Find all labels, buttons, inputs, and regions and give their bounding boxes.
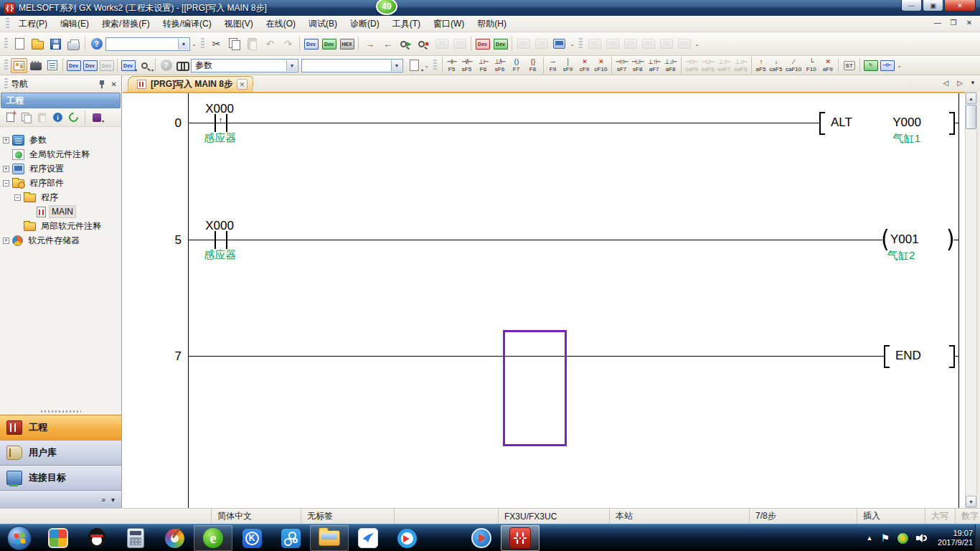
ladder-symbol-button[interactable]: ⊣/⊢sF5 (458, 57, 475, 74)
device-list-button[interactable]: Dev (82, 58, 98, 73)
toolbar-overflow-button[interactable]: ⌄ (693, 41, 701, 47)
tab-scroll-right-icon[interactable]: ▷ (957, 79, 963, 87)
chevron-down-icon[interactable]: ▾ (151, 67, 154, 72)
taskbar-gx-works2[interactable] (501, 525, 540, 551)
menu-item[interactable]: 搜索/替换(F) (95, 16, 156, 32)
scrollbar-thumb[interactable] (966, 105, 976, 129)
tab-scroll-left-icon[interactable]: ◁ (943, 79, 949, 87)
menu-item[interactable]: 视图(V) (218, 16, 260, 32)
monitor-resume-button[interactable] (451, 35, 468, 52)
mdi-minimize-button[interactable]: — (933, 19, 943, 27)
taskbar-pps-app[interactable] (462, 525, 501, 551)
ladder-symbol-button[interactable]: ✕cF10 (593, 57, 609, 74)
comment-display-button[interactable] (514, 35, 532, 52)
toolbar-grip[interactable] (201, 38, 204, 50)
program-check-button[interactable] (585, 35, 603, 52)
tree-item-program[interactable]: −程序 (3, 190, 120, 204)
toolbar-overflow-button[interactable]: ⌄ (895, 62, 903, 69)
save-button[interactable] (47, 35, 65, 52)
device-search-combo-2[interactable]: ▼ (301, 59, 403, 72)
ladder-symbol-button[interactable]: ( )F7 (508, 57, 524, 74)
statement-display-button[interactable] (532, 35, 550, 52)
project-data-combo[interactable]: ▼ (105, 37, 190, 51)
tree-item-main[interactable]: MAIN (3, 204, 120, 219)
help-button[interactable]: ? (88, 35, 105, 52)
toolbar-overflow-button[interactable]: ⌄ (423, 62, 430, 69)
ladder-symbol-button[interactable]: ⊣↓⊢sF8 (629, 57, 646, 74)
scroll-down-icon[interactable]: ▼ (966, 496, 976, 507)
menu-item[interactable]: 转换/编译(C) (156, 16, 218, 32)
ladder-symbol-button[interactable]: ⊣↑⊢saF5 (681, 57, 699, 74)
redo-button[interactable]: ↷ (279, 35, 297, 52)
ladder-symbol-button[interactable]: ⁄caF10 (784, 57, 803, 74)
monitor-stop-button[interactable]: ■ (415, 35, 433, 52)
user-library-view-button[interactable]: 用户库 (0, 440, 121, 465)
minimize-button[interactable]: — (901, 0, 922, 11)
menu-item[interactable]: 在线(O) (260, 16, 302, 32)
navigation-window-toggle[interactable] (11, 58, 27, 73)
ladder-symbol-button[interactable]: ⊥↑⊢aF7 (646, 57, 662, 74)
ladder-symbol-button[interactable]: ⊥/⊢sF6 (491, 57, 508, 74)
copy-data-button[interactable] (19, 110, 33, 124)
taskbar-clock[interactable]: 19:07 2017/9/21 (938, 529, 973, 547)
menu-item[interactable]: 调试(B) (302, 16, 344, 32)
toolbar-grip[interactable] (4, 38, 8, 50)
tab-list-dropdown-icon[interactable]: ▼ (970, 80, 976, 86)
chevron-down-icon[interactable]: ▾ (102, 118, 104, 123)
open-project-button[interactable] (29, 35, 47, 52)
document-check-button[interactable]: ▾ (406, 58, 423, 73)
ladder-symbol-button[interactable]: ✕cF9 (576, 57, 593, 74)
collapse-icon[interactable]: − (3, 180, 9, 187)
ladder-symbol-button[interactable]: ↑aF5 (751, 57, 768, 74)
expand-icon[interactable]: + (3, 166, 9, 172)
ladder-symbol-button[interactable]: ⊣↓⊢saF6 (699, 57, 716, 74)
scan-time-button[interactable] (657, 35, 675, 52)
data-property-button[interactable]: i (51, 110, 65, 124)
module-configuration-button[interactable] (27, 58, 44, 73)
expand-icon[interactable]: + (3, 237, 9, 244)
tree-item-local-comment[interactable]: 局部软元件注释 (3, 219, 120, 233)
menu-item[interactable]: 编辑(E) (54, 16, 95, 32)
step-run-button[interactable] (675, 35, 693, 52)
ladder-symbol-button[interactable]: ⊥⊢F6 (475, 57, 491, 74)
ladder-symbol-button[interactable]: ↓caF5 (768, 57, 784, 74)
device-find-button[interactable]: ▾ (136, 58, 153, 73)
ladder-symbol-button[interactable]: ✕aF9 (819, 57, 836, 74)
device-display-mode-button[interactable]: Dev▾ (120, 58, 136, 73)
collapse-icon[interactable]: − (14, 194, 21, 201)
more-views-icon[interactable]: » (101, 496, 105, 504)
taskbar-bird-app[interactable] (349, 525, 387, 551)
tree-item-parameter[interactable]: +参数 (3, 133, 120, 147)
panel-splitter[interactable] (0, 408, 121, 415)
inline-st-button[interactable]: ST (841, 58, 857, 73)
taskbar-ring-arrow-app[interactable] (387, 525, 426, 551)
scroll-up-icon[interactable]: ▲ (966, 93, 976, 104)
ladder-symbol-button[interactable]: ⊣↑⊢sF7 (611, 57, 629, 74)
taskbar-qq-app[interactable] (77, 525, 116, 551)
project-section-bar[interactable]: 工程 (1, 93, 121, 108)
ladder-symbol-button[interactable]: ⊣⊢F5 (442, 57, 458, 74)
write-to-plc-button[interactable]: → (361, 35, 379, 52)
taskbar-k-app[interactable]: K (232, 525, 271, 551)
taskbar-green-browser-app[interactable]: e (194, 525, 232, 551)
refresh-button[interactable] (67, 110, 80, 124)
menu-item[interactable]: 工具(T) (386, 16, 427, 32)
device-monitor-red-button[interactable]: Dev (473, 35, 491, 52)
taskbar-rings-app[interactable] (271, 525, 310, 551)
toolbar-grip[interactable] (6, 18, 9, 29)
undo-button[interactable]: ↶ (261, 35, 279, 52)
restore-button[interactable]: ▣ (923, 0, 943, 11)
mdi-close-button[interactable]: ✕ (964, 19, 974, 27)
connection-destination-view-button[interactable]: 连接目标 (0, 465, 121, 490)
ladder-symbol-button[interactable]: └F10 (803, 57, 819, 74)
pin-icon[interactable] (98, 80, 105, 88)
chevron-down-icon[interactable]: ▼ (178, 39, 189, 50)
tab-close-icon[interactable]: ✕ (237, 79, 248, 90)
tree-item-device-memory[interactable]: +软元件存储器 (3, 233, 120, 248)
copy-button[interactable] (225, 35, 243, 52)
show-desktop-button[interactable] (975, 524, 980, 551)
menu-item[interactable]: 帮助(H) (471, 16, 513, 32)
taskbar-file-explorer[interactable] (310, 525, 349, 551)
ladder-symbol-button[interactable]: ⊥↓⊢aF8 (662, 57, 679, 74)
new-project-button[interactable] (11, 35, 29, 52)
